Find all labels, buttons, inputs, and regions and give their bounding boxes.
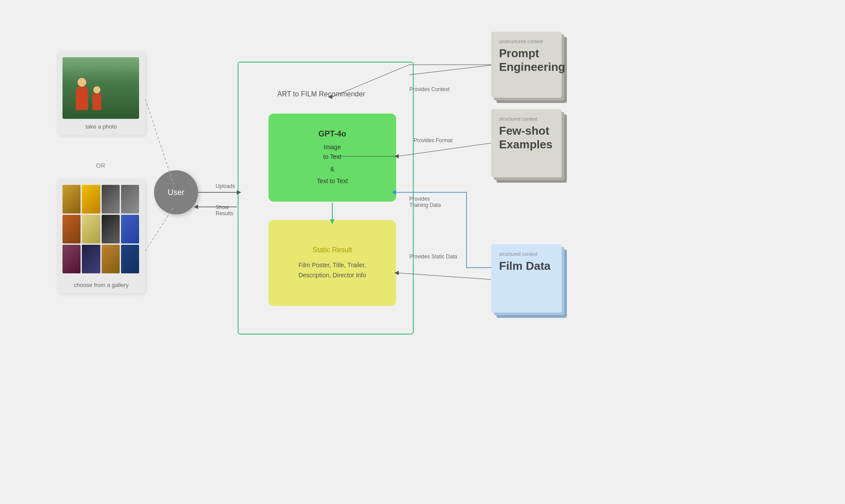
gallery-card: choose from a gallery (57, 180, 145, 294)
prompt-engineering-title: PromptEngineering (499, 47, 554, 74)
figure-small (92, 92, 101, 110)
gallery-cell (62, 185, 81, 213)
or-text: OR (96, 162, 105, 169)
provides-context-label: Provides Context (409, 86, 449, 92)
gpt-title: GPT-4o (318, 129, 346, 139)
gpt-text-to-text: Text to Text (317, 176, 348, 186)
uploads-label: Uploads (216, 183, 235, 189)
figure-big (76, 86, 88, 110)
gallery-cell (102, 245, 120, 273)
photo-caption: take a photo (62, 123, 140, 130)
gallery-cell (102, 215, 120, 243)
few-shot-examples-box: structured context Few-shotExamples (491, 109, 562, 177)
static-result-title: Static Result (312, 246, 352, 254)
gallery-caption: choose from a gallery (62, 282, 140, 288)
static-result-box: Static Result Film Poster, Title, Traile… (268, 220, 396, 306)
gpt-image-to-text: Image to Text (323, 142, 342, 162)
photo-card: take a photo (57, 52, 145, 135)
user-circle: User (154, 170, 198, 214)
gallery-cell (102, 185, 120, 213)
film-data-box: structured context Film Data (491, 244, 562, 313)
gallery-cell (121, 215, 139, 243)
few-shot-title: Few-shotExamples (499, 124, 554, 151)
painting-image (62, 57, 139, 119)
provides-static-label: Provides Static Data (409, 254, 457, 260)
user-label: User (168, 188, 184, 197)
show-results-label: ShowResults (216, 204, 233, 217)
painting-figures (76, 86, 101, 110)
film-data-context-label: structured context (499, 251, 554, 257)
provides-format-label: Provides Format (414, 137, 452, 143)
gallery-cell (82, 185, 100, 213)
svg-marker-5 (194, 205, 198, 209)
gallery-cell (82, 215, 100, 243)
few-shot-context-label: structured context (499, 116, 554, 121)
prompt-engineering-box: unstructured context PromptEngineering (491, 32, 562, 98)
gallery-cell (62, 245, 81, 273)
gpt-amp: & (330, 166, 334, 173)
gallery-cell (121, 185, 139, 213)
prompt-engineering-context-label: unstructured context (499, 39, 554, 44)
gallery-grid (62, 185, 139, 277)
diagram-container: take a photo OR (0, 0, 845, 504)
gallery-cell (121, 245, 139, 273)
film-data-title: Film Data (499, 259, 554, 273)
provides-training-label: ProvidesTraining Data (409, 196, 441, 208)
art-film-label: ART to FILM Recommender (277, 90, 365, 98)
gallery-cell (82, 245, 100, 273)
gpt-box: GPT-4o Image to Text & Text to Text (268, 114, 396, 202)
static-result-content: Film Poster, Title, Trailer,Description,… (298, 260, 366, 280)
svg-line-6 (409, 65, 491, 75)
gallery-cell (62, 215, 81, 243)
